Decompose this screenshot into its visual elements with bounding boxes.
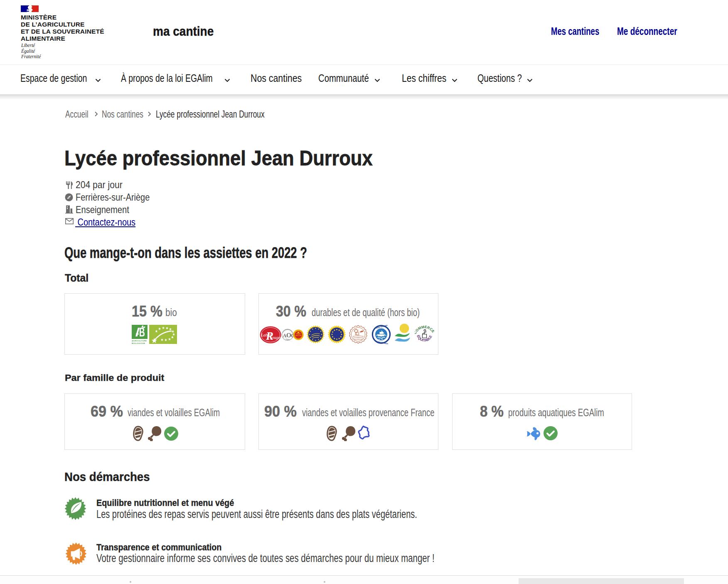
svg-text:France: France: [286, 339, 290, 340]
svg-text:AGRICULTURE: AGRICULTURE: [132, 340, 147, 342]
svg-text:ouge: ouge: [272, 335, 280, 340]
svg-text:ÉQUITABLE: ÉQUITABLE: [416, 334, 433, 343]
svg-text:AOC: AOC: [283, 332, 294, 339]
svg-text:BIOLOGIQUE: BIOLOGIQUE: [132, 342, 145, 344]
